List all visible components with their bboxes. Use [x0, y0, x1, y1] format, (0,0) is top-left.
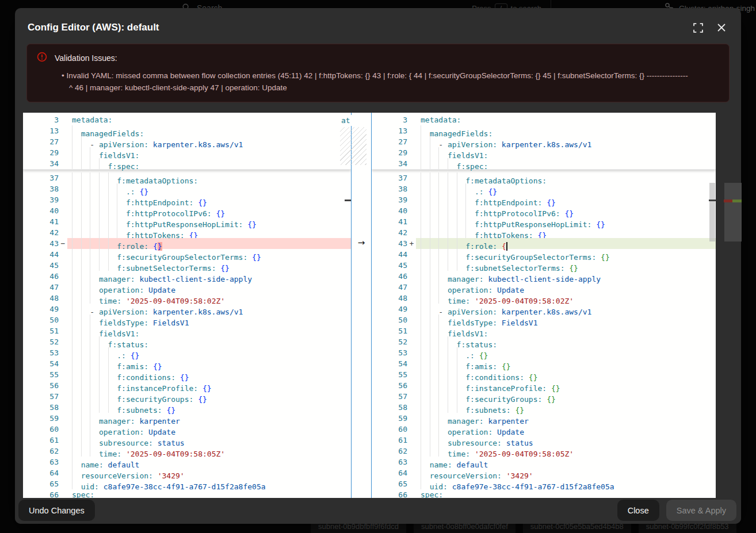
code-line[interactable]: 39f:httpEndpoint: {}: [23, 194, 351, 205]
code-line[interactable]: 44f:securityGroupSelectorTerms: {}: [23, 249, 351, 260]
close-footer-button[interactable]: Close: [617, 500, 659, 521]
code-line[interactable]: 49- apiVersion: karpenter.k8s.aws/v1: [23, 304, 351, 315]
editor-scrollbar[interactable]: [709, 113, 716, 498]
line-number: 59: [23, 413, 59, 424]
code-line[interactable]: 43+f:role: {: [372, 238, 716, 249]
diff-sign: [407, 136, 416, 147]
code-line[interactable]: 50fieldsType: FieldsV1: [372, 315, 716, 325]
code-line[interactable]: 59manager: karpenter: [23, 413, 351, 424]
sticky-line[interactable]: 27- apiVersion: karpenter.k8s.aws/v1: [372, 136, 716, 147]
code-line[interactable]: 47operation: Update: [23, 282, 351, 293]
code-line[interactable]: 61subresource: status: [372, 435, 716, 446]
sticky-line[interactable]: 3metadata:: [372, 114, 716, 125]
overview-viewport[interactable]: [724, 183, 742, 241]
code-line[interactable]: 43−f:role: {}: [23, 238, 351, 249]
original-pane[interactable]: 3metadata:13managedFields:27- apiVersion…: [23, 113, 351, 498]
diff-divider[interactable]: →: [351, 113, 372, 498]
diff-sign: [407, 194, 416, 205]
code-line[interactable]: 54f:amis: {}: [372, 358, 716, 369]
code-line[interactable]: 65uid: c8afe97e-38cc-4f91-a767-d15f2a8fe…: [23, 478, 351, 489]
code-line[interactable]: 48time: '2025-09-04T09:58:02Z': [23, 293, 351, 304]
code-line[interactable]: 41f:httpPutResponseHopLimit: {}: [23, 216, 351, 227]
scrollbar-slider[interactable]: [709, 183, 715, 241]
diff-overview-ruler[interactable]: [724, 113, 742, 498]
code-line[interactable]: 64resourceVersion: '3429': [372, 467, 716, 478]
code-line[interactable]: 57f:securityGroups: {}: [372, 391, 716, 402]
sticky-line[interactable]: 13managedFields:: [23, 125, 351, 136]
code-line[interactable]: 66spec:: [23, 489, 351, 498]
code-line[interactable]: 37f:metadataOptions:: [23, 172, 351, 183]
code-line[interactable]: 63name: default: [23, 457, 351, 467]
code-line[interactable]: 53.: {}: [23, 347, 351, 358]
code-line[interactable]: 65uid: c8afe97e-38cc-4f91-a767-d15f2a8fe…: [372, 478, 716, 489]
code-line[interactable]: 55f:conditions: {}: [372, 369, 716, 380]
code-line[interactable]: 62time: '2025-09-04T09:58:05Z': [23, 446, 351, 457]
code-line[interactable]: 51fieldsV1:: [23, 325, 351, 336]
code-line[interactable]: 48time: '2025-09-04T09:58:02Z': [372, 293, 716, 304]
code-text: f:subnetSelectorTerms: {}: [416, 260, 716, 271]
expand-button[interactable]: [693, 23, 703, 33]
code-line[interactable]: 38.: {}: [372, 183, 716, 194]
code-line[interactable]: 53.: {}: [372, 347, 716, 358]
code-line[interactable]: 47operation: Update: [372, 282, 716, 293]
code-line[interactable]: 62time: '2025-09-04T09:58:05Z': [372, 446, 716, 457]
line-number: 51: [23, 325, 59, 336]
sticky-line[interactable]: 3metadata:: [23, 114, 351, 125]
code-line[interactable]: 50fieldsType: FieldsV1: [23, 315, 351, 325]
code-line[interactable]: 40f:httpProtocolIPv6: {}: [23, 205, 351, 216]
code-line[interactable]: 42f:httpTokens: {}: [372, 227, 716, 238]
code-line[interactable]: 39f:httpEndpoint: {}: [372, 194, 716, 205]
code-line[interactable]: 52f:status:: [23, 336, 351, 347]
code-line[interactable]: 63name: default: [372, 457, 716, 467]
code-line[interactable]: 55f:conditions: {}: [23, 369, 351, 380]
revert-change-arrow[interactable]: →: [352, 237, 371, 248]
code-line[interactable]: 38.: {}: [23, 183, 351, 194]
code-line[interactable]: 64resourceVersion: '3429': [23, 467, 351, 478]
code-line[interactable]: 52f:status:: [372, 336, 716, 347]
code-line[interactable]: 51fieldsV1:: [372, 325, 716, 336]
sticky-line[interactable]: 29fieldsV1:: [23, 147, 351, 158]
code-line[interactable]: 46manager: kubectl-client-side-apply: [23, 271, 351, 282]
code-line[interactable]: 57f:securityGroups: {}: [23, 391, 351, 402]
close-button[interactable]: [717, 23, 726, 32]
code-line[interactable]: 42f:httpTokens: {}: [23, 227, 351, 238]
code-line[interactable]: 60operation: Update: [23, 424, 351, 435]
sticky-line[interactable]: 29fieldsV1:: [372, 147, 716, 158]
diff-sign: [59, 446, 67, 457]
line-number: 61: [372, 435, 407, 446]
code-line[interactable]: 45f:subnetSelectorTerms: {}: [23, 260, 351, 271]
sticky-line[interactable]: 34f:spec:: [23, 158, 351, 169]
code-line[interactable]: 66spec:: [372, 489, 716, 498]
code-line[interactable]: 49- apiVersion: karpenter.k8s.aws/v1: [372, 304, 716, 315]
sticky-line[interactable]: 34f:spec:: [372, 158, 716, 169]
code-line[interactable]: 60operation: Update: [372, 424, 716, 435]
code-line[interactable]: 45f:subnetSelectorTerms: {}: [372, 260, 716, 271]
alert-title: Validation Issues:: [55, 53, 117, 63]
validation-alert: Validation Issues: • Invalid YAML: misse…: [26, 44, 730, 102]
line-number: 66: [372, 489, 407, 498]
sticky-line[interactable]: 13managedFields:: [372, 125, 716, 136]
code-line[interactable]: 58f:subnets: {}: [372, 402, 716, 413]
diff-sign: [407, 260, 416, 271]
sticky-overflow-fragment: at: [341, 115, 353, 126]
code-text: - apiVersion: karpenter.k8s.aws/v1: [416, 304, 716, 315]
code-line[interactable]: 44f:securityGroupSelectorTerms: {}: [372, 249, 716, 260]
code-line[interactable]: 58f:subnets: {}: [23, 402, 351, 413]
code-line[interactable]: 56f:instanceProfile: {}: [23, 380, 351, 391]
diff-sign: [59, 478, 67, 489]
code-line[interactable]: 37f:metadataOptions:: [372, 172, 716, 183]
code-line[interactable]: 61subresource: status: [23, 435, 351, 446]
undo-changes-button[interactable]: Undo Changes: [18, 500, 95, 521]
modified-pane[interactable]: 3metadata:13managedFields:27- apiVersion…: [372, 113, 716, 498]
code-line[interactable]: 54f:amis: {}: [23, 358, 351, 369]
code-line[interactable]: 41f:httpPutResponseHopLimit: {}: [372, 216, 716, 227]
code-line[interactable]: 40f:httpProtocolIPv6: {}: [372, 205, 716, 216]
save-apply-button[interactable]: Save & Apply: [666, 500, 736, 521]
code-text: uid: c8afe97e-38cc-4f91-a767-d15f2a8fe05…: [67, 478, 351, 489]
code-line[interactable]: 56f:instanceProfile: {}: [372, 380, 716, 391]
code-line[interactable]: 46manager: kubectl-client-side-apply: [372, 271, 716, 282]
sticky-line[interactable]: 27- apiVersion: karpenter.k8s.aws/v1: [23, 136, 351, 147]
code-text: fieldsV1:: [67, 147, 351, 158]
code-line[interactable]: 59manager: karpenter: [372, 413, 716, 424]
yaml-diff-editor[interactable]: 3metadata:13managedFields:27- apiVersion…: [23, 113, 716, 498]
